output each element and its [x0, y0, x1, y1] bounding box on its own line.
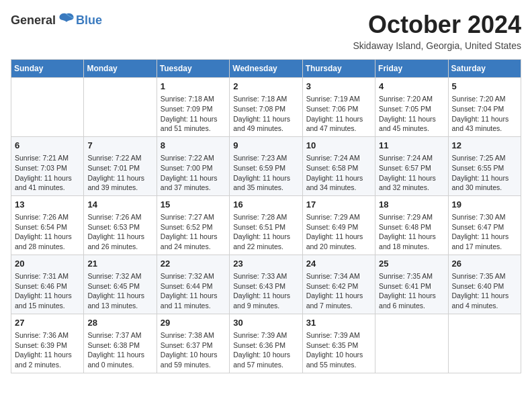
day-number: 10 — [306, 140, 371, 152]
calendar-cell: 17Sunrise: 7:29 AMSunset: 6:49 PMDayligh… — [302, 195, 375, 255]
cell-content: Sunrise: 7:26 AMSunset: 6:54 PMDaylight:… — [15, 212, 80, 252]
cell-content: Sunrise: 7:35 AMSunset: 6:41 PMDaylight:… — [379, 271, 444, 311]
day-number: 3 — [306, 81, 371, 93]
cell-content: Sunrise: 7:37 AMSunset: 6:38 PMDaylight:… — [87, 330, 152, 370]
cell-content: Sunrise: 7:36 AMSunset: 6:39 PMDaylight:… — [15, 330, 80, 370]
day-number: 31 — [306, 317, 371, 329]
calendar-week-row: 13Sunrise: 7:26 AMSunset: 6:54 PMDayligh… — [11, 195, 521, 255]
day-number: 8 — [161, 140, 226, 152]
calendar-cell: 26Sunrise: 7:35 AMSunset: 6:40 PMDayligh… — [448, 255, 521, 314]
calendar-cell: 16Sunrise: 7:28 AMSunset: 6:51 PMDayligh… — [230, 195, 302, 255]
calendar-table: SundayMondayTuesdayWednesdayThursdayFrid… — [11, 59, 521, 373]
cell-content: Sunrise: 7:21 AMSunset: 7:03 PMDaylight:… — [15, 153, 80, 193]
calendar-cell: 30Sunrise: 7:39 AMSunset: 6:36 PMDayligh… — [230, 314, 302, 373]
day-number: 17 — [306, 199, 371, 211]
calendar-cell — [84, 78, 157, 137]
month-title: October 2024 — [353, 11, 521, 39]
cell-content: Sunrise: 7:18 AMSunset: 7:08 PMDaylight:… — [233, 94, 298, 134]
cell-content: Sunrise: 7:29 AMSunset: 6:48 PMDaylight:… — [379, 212, 444, 252]
cell-content: Sunrise: 7:27 AMSunset: 6:52 PMDaylight:… — [161, 212, 226, 252]
weekday-header: Thursday — [302, 60, 375, 78]
cell-content: Sunrise: 7:23 AMSunset: 6:59 PMDaylight:… — [233, 153, 298, 193]
calendar-cell: 12Sunrise: 7:25 AMSunset: 6:55 PMDayligh… — [448, 136, 521, 195]
calendar-cell: 19Sunrise: 7:30 AMSunset: 6:47 PMDayligh… — [448, 195, 521, 255]
calendar-cell: 7Sunrise: 7:22 AMSunset: 7:01 PMDaylight… — [84, 136, 157, 195]
weekday-header: Friday — [375, 60, 448, 78]
day-number: 30 — [233, 317, 298, 329]
cell-content: Sunrise: 7:19 AMSunset: 7:06 PMDaylight:… — [306, 94, 371, 134]
day-number: 22 — [161, 258, 226, 270]
day-number: 19 — [452, 199, 517, 211]
calendar-cell: 27Sunrise: 7:36 AMSunset: 6:39 PMDayligh… — [11, 314, 84, 373]
cell-content: Sunrise: 7:35 AMSunset: 6:40 PMDaylight:… — [452, 271, 517, 311]
cell-content: Sunrise: 7:20 AMSunset: 7:04 PMDaylight:… — [452, 94, 517, 134]
cell-content: Sunrise: 7:39 AMSunset: 6:35 PMDaylight:… — [306, 330, 371, 370]
cell-content: Sunrise: 7:33 AMSunset: 6:43 PMDaylight:… — [233, 271, 298, 311]
cell-content: Sunrise: 7:29 AMSunset: 6:49 PMDaylight:… — [306, 212, 371, 252]
calendar-cell: 28Sunrise: 7:37 AMSunset: 6:38 PMDayligh… — [84, 314, 157, 373]
weekday-header: Wednesday — [230, 60, 302, 78]
cell-content: Sunrise: 7:26 AMSunset: 6:53 PMDaylight:… — [87, 212, 152, 252]
day-number: 13 — [15, 199, 80, 211]
calendar-week-row: 20Sunrise: 7:31 AMSunset: 6:46 PMDayligh… — [11, 255, 521, 314]
calendar-cell: 14Sunrise: 7:26 AMSunset: 6:53 PMDayligh… — [84, 195, 157, 255]
day-number: 1 — [161, 81, 226, 93]
calendar-header-row: SundayMondayTuesdayWednesdayThursdayFrid… — [11, 60, 521, 78]
calendar-cell: 25Sunrise: 7:35 AMSunset: 6:41 PMDayligh… — [375, 255, 448, 314]
calendar-cell: 1Sunrise: 7:18 AMSunset: 7:09 PMDaylight… — [157, 78, 229, 137]
calendar-cell: 4Sunrise: 7:20 AMSunset: 7:05 PMDaylight… — [375, 78, 448, 137]
calendar-cell: 9Sunrise: 7:23 AMSunset: 6:59 PMDaylight… — [230, 136, 302, 195]
cell-content: Sunrise: 7:31 AMSunset: 6:46 PMDaylight:… — [15, 271, 80, 311]
logo-blue-text: Blue — [76, 13, 102, 28]
day-number: 16 — [233, 199, 298, 211]
calendar-week-row: 27Sunrise: 7:36 AMSunset: 6:39 PMDayligh… — [11, 314, 521, 373]
calendar-cell: 20Sunrise: 7:31 AMSunset: 6:46 PMDayligh… — [11, 255, 84, 314]
logo-general-text: General — [11, 13, 56, 28]
calendar-cell: 15Sunrise: 7:27 AMSunset: 6:52 PMDayligh… — [157, 195, 229, 255]
calendar-cell: 11Sunrise: 7:24 AMSunset: 6:57 PMDayligh… — [375, 136, 448, 195]
calendar-cell — [448, 314, 521, 373]
day-number: 23 — [233, 258, 298, 270]
calendar-cell: 24Sunrise: 7:34 AMSunset: 6:42 PMDayligh… — [302, 255, 375, 314]
cell-content: Sunrise: 7:39 AMSunset: 6:36 PMDaylight:… — [233, 330, 298, 370]
day-number: 7 — [87, 140, 152, 152]
calendar-cell: 31Sunrise: 7:39 AMSunset: 6:35 PMDayligh… — [302, 314, 375, 373]
cell-content: Sunrise: 7:20 AMSunset: 7:05 PMDaylight:… — [379, 94, 444, 134]
cell-content: Sunrise: 7:18 AMSunset: 7:09 PMDaylight:… — [161, 94, 226, 134]
calendar-cell: 3Sunrise: 7:19 AMSunset: 7:06 PMDaylight… — [302, 78, 375, 137]
day-number: 25 — [379, 258, 444, 270]
day-number: 9 — [233, 140, 298, 152]
day-number: 5 — [452, 81, 517, 93]
day-number: 27 — [15, 317, 80, 329]
cell-content: Sunrise: 7:38 AMSunset: 6:37 PMDaylight:… — [161, 330, 226, 370]
weekday-header: Saturday — [448, 60, 521, 78]
cell-content: Sunrise: 7:22 AMSunset: 7:00 PMDaylight:… — [161, 153, 226, 193]
calendar-cell: 23Sunrise: 7:33 AMSunset: 6:43 PMDayligh… — [230, 255, 302, 314]
cell-content: Sunrise: 7:28 AMSunset: 6:51 PMDaylight:… — [233, 212, 298, 252]
logo-bird-icon — [57, 11, 76, 30]
cell-content: Sunrise: 7:24 AMSunset: 6:58 PMDaylight:… — [306, 153, 371, 193]
cell-content: Sunrise: 7:24 AMSunset: 6:57 PMDaylight:… — [379, 153, 444, 193]
cell-content: Sunrise: 7:30 AMSunset: 6:47 PMDaylight:… — [452, 212, 517, 252]
day-number: 29 — [161, 317, 226, 329]
day-number: 4 — [379, 81, 444, 93]
calendar-cell: 29Sunrise: 7:38 AMSunset: 6:37 PMDayligh… — [157, 314, 229, 373]
weekday-header: Monday — [84, 60, 157, 78]
cell-content: Sunrise: 7:22 AMSunset: 7:01 PMDaylight:… — [87, 153, 152, 193]
calendar-cell: 13Sunrise: 7:26 AMSunset: 6:54 PMDayligh… — [11, 195, 84, 255]
page-header: General Blue October 2024 Skidaway Islan… — [11, 11, 521, 51]
calendar-week-row: 1Sunrise: 7:18 AMSunset: 7:09 PMDaylight… — [11, 78, 521, 137]
calendar-cell: 5Sunrise: 7:20 AMSunset: 7:04 PMDaylight… — [448, 78, 521, 137]
location-title: Skidaway Island, Georgia, United States — [353, 40, 521, 51]
cell-content: Sunrise: 7:32 AMSunset: 6:44 PMDaylight:… — [161, 271, 226, 311]
weekday-header: Tuesday — [157, 60, 229, 78]
calendar-cell: 2Sunrise: 7:18 AMSunset: 7:08 PMDaylight… — [230, 78, 302, 137]
day-number: 24 — [306, 258, 371, 270]
calendar-week-row: 6Sunrise: 7:21 AMSunset: 7:03 PMDaylight… — [11, 136, 521, 195]
day-number: 6 — [15, 140, 80, 152]
calendar-cell: 18Sunrise: 7:29 AMSunset: 6:48 PMDayligh… — [375, 195, 448, 255]
day-number: 26 — [452, 258, 517, 270]
day-number: 21 — [87, 258, 152, 270]
calendar-cell: 10Sunrise: 7:24 AMSunset: 6:58 PMDayligh… — [302, 136, 375, 195]
calendar-cell: 6Sunrise: 7:21 AMSunset: 7:03 PMDaylight… — [11, 136, 84, 195]
